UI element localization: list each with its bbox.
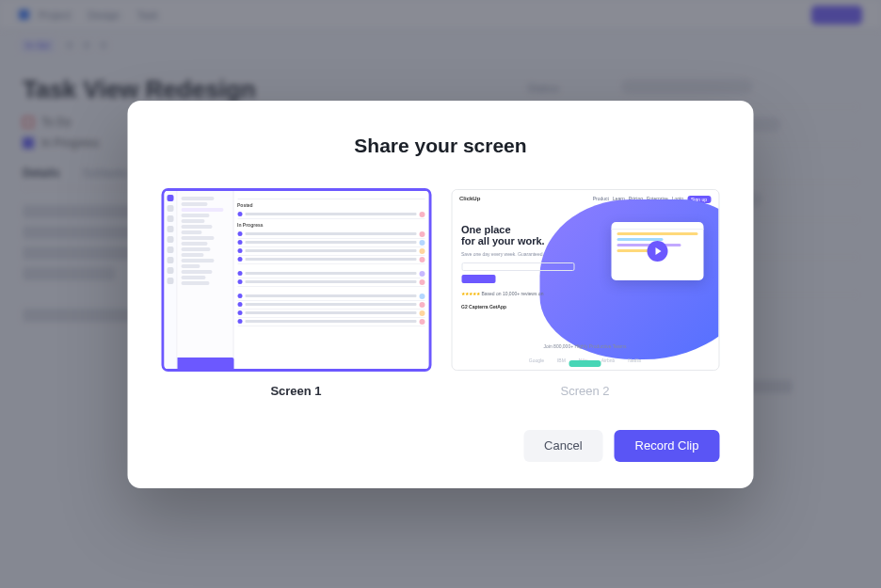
modal-title: Share your screen [162, 135, 720, 157]
screen-options: Posted In Progress [162, 189, 720, 398]
screen-option-1[interactable]: Posted In Progress [162, 189, 430, 398]
share-screen-modal: Share your screen [128, 101, 754, 488]
record-clip-button[interactable]: Record Clip [615, 430, 720, 462]
modal-buttons: Cancel Record Clip [162, 430, 720, 462]
screen-option-2[interactable]: ClickUp Product Learn Pricing Enterprise… [451, 189, 719, 398]
play-icon [647, 241, 667, 262]
cancel-button[interactable]: Cancel [523, 430, 602, 462]
screen-2-label: Screen 2 [451, 384, 719, 398]
screen-2-thumbnail[interactable]: ClickUp Product Learn Pricing Enterprise… [451, 189, 719, 371]
screen-1-thumbnail[interactable]: Posted In Progress [162, 189, 430, 371]
screen-1-label: Screen 1 [162, 384, 430, 398]
